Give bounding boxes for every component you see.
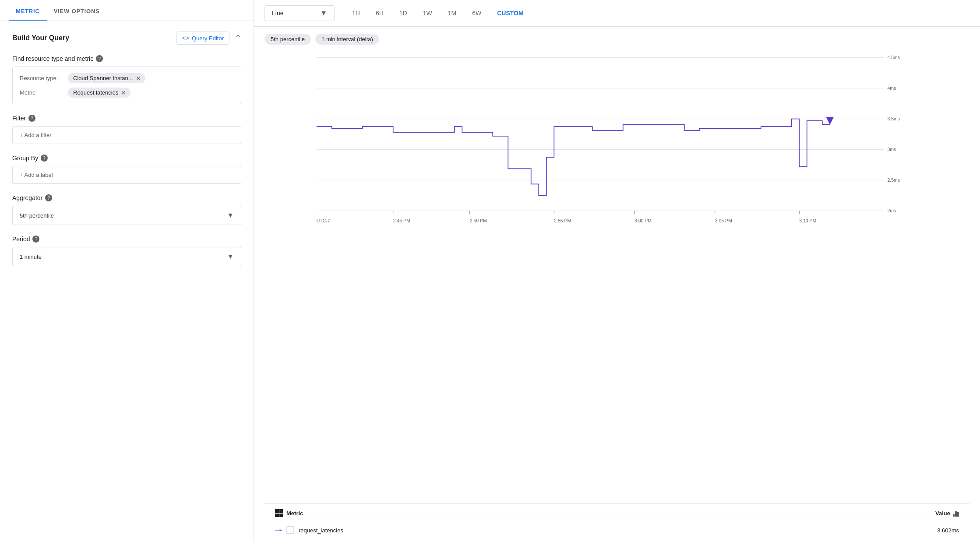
aggregator-value: 5th percentile [20, 212, 54, 219]
resource-type-chip[interactable]: Cloud Spanner Instan... ✕ [68, 73, 145, 83]
legend-header: Metric Value [275, 509, 959, 520]
metric-row: Metric: Request latencies ✕ [20, 88, 234, 98]
legend-value-col-label: Value [935, 510, 959, 517]
group-by-label: Group By ? [12, 155, 241, 162]
chart-area: 5th percentile 1 min interval (delta) 4.… [254, 27, 980, 542]
add-label-placeholder: + Add a label [20, 172, 53, 178]
legend-metric-name: request_latencies [299, 527, 343, 534]
legend-left: request_latencies [275, 526, 343, 534]
chart-type-select[interactable]: Line ▼ [264, 5, 335, 21]
build-query-title: Build Your Query [12, 34, 69, 42]
svg-text:3.5ms: 3.5ms [888, 116, 900, 121]
tab-view-options[interactable]: VIEW OPTIONS [47, 0, 107, 21]
add-label-box[interactable]: + Add a label [12, 166, 241, 184]
time-btn-6w[interactable]: 6W [465, 6, 488, 20]
period-arrow-icon: ▼ [227, 253, 234, 260]
tab-bar: METRIC VIEW OPTIONS [0, 0, 254, 21]
svg-text:2ms: 2ms [888, 208, 896, 213]
bars-icon [953, 510, 959, 517]
chip-5th-percentile[interactable]: 5th percentile [264, 34, 311, 45]
svg-text:3ms: 3ms [888, 147, 896, 152]
time-btn-custom[interactable]: CUSTOM [490, 6, 530, 20]
metric-chip-value: Request latencies [73, 89, 118, 96]
chart-container: 4.5ms 4ms 3.5ms 3ms 2.5ms 2ms UTC-7 2:45… [264, 50, 969, 503]
chart-type-label: Line [272, 10, 317, 17]
svg-text:2:50 PM: 2:50 PM [470, 218, 487, 223]
legend-metric-col-label: Metric [275, 509, 303, 517]
chart-type-arrow-icon: ▼ [320, 9, 327, 17]
metric-chip[interactable]: Request latencies ✕ [68, 88, 130, 98]
chip-1min-interval[interactable]: 1 min interval (delta) [315, 34, 379, 45]
left-panel: METRIC VIEW OPTIONS Build Your Query <> … [0, 0, 254, 542]
build-query-actions: <> Query Editor ⌃ [176, 32, 241, 45]
svg-text:2.5ms: 2.5ms [888, 177, 900, 183]
time-buttons: 1H 6H 1D 1W 1M 6W CUSTOM [345, 6, 531, 20]
find-resource-help-icon[interactable]: ? [96, 55, 103, 62]
svg-text:2:45 PM: 2:45 PM [393, 218, 410, 223]
find-resource-label: Find resource type and metric ? [12, 55, 241, 62]
aggregator-help-icon[interactable]: ? [45, 194, 52, 201]
period-select[interactable]: 1 minute ▼ [12, 247, 241, 266]
aggregator-section: Aggregator ? 5th percentile ▼ [12, 194, 241, 225]
period-help-icon[interactable]: ? [32, 236, 39, 243]
code-icon: <> [182, 35, 189, 42]
period-section: Period ? 1 minute ▼ [12, 236, 241, 266]
svg-text:4ms: 4ms [888, 85, 896, 91]
time-btn-1d[interactable]: 1D [392, 6, 414, 20]
find-resource-section: Find resource type and metric ? Resource… [12, 55, 241, 104]
legend-line-icon [275, 527, 282, 534]
time-btn-1w[interactable]: 1W [416, 6, 439, 20]
svg-marker-25 [826, 117, 834, 125]
group-by-help-icon[interactable]: ? [41, 155, 48, 162]
add-filter-placeholder: + Add a filter [20, 132, 52, 138]
resource-type-chip-value: Cloud Spanner Instan... [73, 75, 133, 81]
legend-metric-value: 3.602ms [937, 527, 959, 534]
query-editor-label: Query Editor [192, 35, 224, 42]
filter-help-icon[interactable]: ? [28, 115, 35, 122]
aggregator-arrow-icon: ▼ [227, 211, 234, 219]
resource-type-row: Resource type: Cloud Spanner Instan... ✕ [20, 73, 234, 83]
collapse-button[interactable]: ⌃ [235, 33, 241, 43]
legend-row: request_latencies 3.602ms [275, 524, 959, 537]
group-by-section: Group By ? + Add a label [12, 155, 241, 184]
grid-icon [275, 509, 283, 517]
time-btn-6h[interactable]: 6H [369, 6, 391, 20]
aggregator-select[interactable]: 5th percentile ▼ [12, 206, 241, 225]
tab-metric[interactable]: METRIC [9, 0, 47, 21]
period-label: Period ? [12, 236, 241, 243]
chart-toolbar: Line ▼ 1H 6H 1D 1W 1M 6W CUSTOM [254, 0, 980, 27]
chart-filter-chips: 5th percentile 1 min interval (delta) [264, 34, 969, 45]
time-btn-1h[interactable]: 1H [345, 6, 367, 20]
right-panel: Line ▼ 1H 6H 1D 1W 1M 6W CUSTOM 5th perc… [254, 0, 980, 542]
time-btn-1m[interactable]: 1M [441, 6, 463, 20]
svg-text:3:10 PM: 3:10 PM [799, 218, 816, 223]
panel-content: Build Your Query <> Query Editor ⌃ Find … [0, 21, 254, 287]
resource-box: Resource type: Cloud Spanner Instan... ✕… [12, 67, 241, 104]
svg-text:UTC-7: UTC-7 [317, 218, 330, 223]
legend-checkbox[interactable] [286, 526, 294, 534]
legend-area: Metric Value [264, 503, 969, 542]
resource-type-label: Resource type: [20, 75, 68, 81]
period-value: 1 minute [20, 253, 42, 260]
svg-text:2:55 PM: 2:55 PM [554, 218, 571, 223]
add-filter-box[interactable]: + Add a filter [12, 126, 241, 144]
query-editor-button[interactable]: <> Query Editor [176, 32, 229, 45]
filter-section: Filter ? + Add a filter [12, 115, 241, 144]
filter-label: Filter ? [12, 115, 241, 122]
metric-close-icon[interactable]: ✕ [121, 90, 126, 96]
svg-text:4.5ms: 4.5ms [888, 55, 900, 60]
svg-text:3:05 PM: 3:05 PM [715, 218, 732, 223]
build-query-header: Build Your Query <> Query Editor ⌃ [12, 32, 241, 45]
svg-text:3:00 PM: 3:00 PM [635, 218, 652, 223]
resource-type-close-icon[interactable]: ✕ [136, 75, 141, 81]
line-chart-svg: 4.5ms 4ms 3.5ms 3ms 2.5ms 2ms UTC-7 2:45… [264, 50, 943, 234]
metric-label: Metric: [20, 89, 68, 96]
aggregator-label: Aggregator ? [12, 194, 241, 201]
